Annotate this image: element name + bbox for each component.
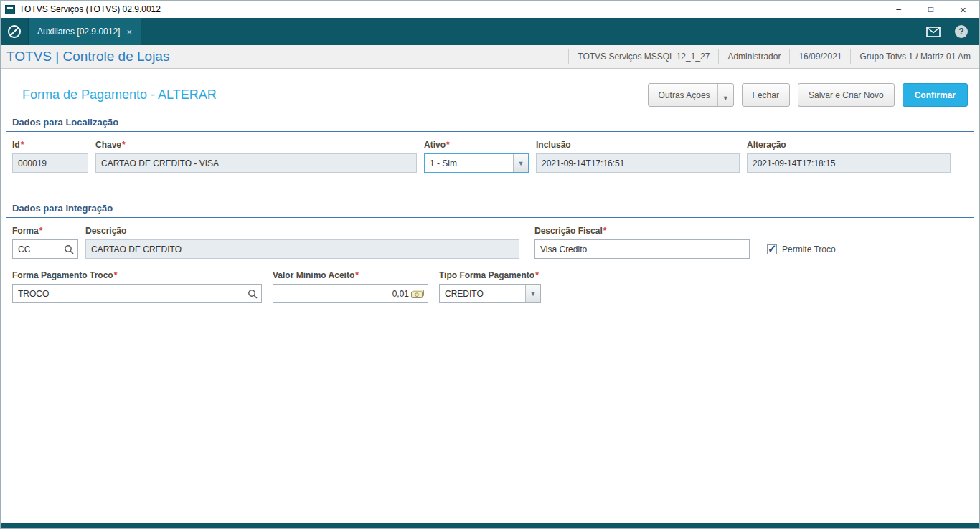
field-descricao-fiscal: Descrição Fiscal*: [534, 226, 750, 259]
section-integracao: Dados para Integração Forma* Descrição: [6, 203, 974, 303]
permite-troco-label: Permite Troco: [782, 244, 836, 254]
salvar-criar-novo-button[interactable]: Salvar e Criar Novo: [798, 83, 895, 107]
window-title: TOTVS Serviços (TOTVS) 02.9.0012: [19, 4, 161, 14]
field-forma: Forma*: [12, 226, 78, 259]
money-icon: [411, 289, 424, 298]
field-tipo-forma-pagamento: Tipo Forma Pagamento* CREDITO ▼: [439, 270, 541, 303]
chave-input[interactable]: [95, 153, 417, 173]
environment-label: TOTVS Serviços MSSQL 12_1_27: [568, 49, 718, 63]
action-buttons: Outras Ações ▼ Fechar Salvar e Criar Nov…: [648, 83, 968, 107]
user-label: Administrador: [718, 49, 789, 63]
permite-troco-checkbox[interactable]: [767, 244, 777, 254]
tab-label: Auxiliares [02.9.0012]: [37, 27, 120, 37]
chevron-down-icon[interactable]: ▼: [513, 154, 528, 172]
app-header: TOTVS | Controle de Lojas TOTVS Serviços…: [1, 45, 979, 69]
app-window: TOTVS Serviços (TOTVS) 02.9.0012 – □ × A…: [0, 0, 980, 529]
brand-title: TOTVS | Controle de Lojas: [6, 49, 169, 65]
help-icon[interactable]: ?: [955, 25, 968, 38]
tab-close-icon[interactable]: ×: [126, 27, 132, 37]
field-valor-minimo: Valor Minimo Aceito*: [273, 270, 428, 303]
tab-bar: Auxiliares [02.9.0012] × ?: [1, 18, 979, 45]
section-integracao-title: Dados para Integração: [6, 203, 974, 218]
search-icon[interactable]: [248, 289, 258, 299]
descricao-input[interactable]: [85, 239, 519, 259]
forma-pagamento-troco-input[interactable]: [12, 284, 262, 303]
group-label: Grupo Totvs 1 / Matriz 01 Am: [850, 49, 979, 63]
field-id: Id*: [12, 140, 88, 173]
page-header: Forma de Pagamento - ALTERAR Outras Açõe…: [1, 69, 979, 117]
chevron-down-icon[interactable]: ▼: [717, 84, 733, 106]
outras-acoes-button[interactable]: Outras Ações ▼: [648, 83, 734, 107]
field-permite-troco: Permite Troco: [767, 244, 836, 254]
close-button[interactable]: ×: [947, 1, 979, 18]
field-descricao: Descrição: [85, 226, 519, 259]
date-label: 16/09/2021: [789, 49, 850, 63]
field-alteracao: Alteração: [747, 140, 951, 173]
tipo-forma-pagamento-select[interactable]: CREDITO ▼: [439, 284, 541, 303]
footer-bar: [1, 523, 979, 528]
field-inclusao: Inclusão: [536, 140, 740, 173]
field-forma-pagamento-troco: Forma Pagamento Troco*: [12, 270, 262, 303]
tab-auxiliares[interactable]: Auxiliares [02.9.0012] ×: [28, 18, 141, 45]
field-ativo: Ativo* 1 - Sim ▼: [424, 140, 529, 173]
valor-minimo-input[interactable]: [273, 284, 428, 303]
id-input[interactable]: [12, 153, 88, 173]
section-localizacao-title: Dados para Localização: [6, 117, 974, 132]
titlebar: TOTVS Serviços (TOTVS) 02.9.0012 – □ ×: [1, 1, 979, 18]
section-localizacao: Dados para Localização Id* Chave* Ativo*…: [6, 117, 974, 173]
page-title: Forma de Pagamento - ALTERAR: [22, 87, 217, 103]
fechar-button[interactable]: Fechar: [742, 83, 790, 107]
prohibition-icon: [7, 24, 22, 39]
ativo-select[interactable]: 1 - Sim ▼: [424, 153, 529, 173]
header-meta: TOTVS Serviços MSSQL 12_1_27 Administrad…: [568, 45, 979, 68]
chevron-down-icon[interactable]: ▼: [525, 285, 540, 302]
app-icon: [5, 5, 15, 14]
content-area: Forma de Pagamento - ALTERAR Outras Açõe…: [1, 69, 979, 528]
blocked-menu-button[interactable]: [1, 18, 28, 45]
mail-icon[interactable]: [926, 27, 941, 37]
minimize-button[interactable]: –: [882, 1, 915, 18]
search-icon[interactable]: [64, 244, 74, 254]
alteracao-input[interactable]: [747, 153, 951, 173]
descricao-fiscal-input[interactable]: [534, 239, 750, 259]
inclusao-input[interactable]: [536, 153, 740, 173]
field-chave: Chave*: [95, 140, 417, 173]
confirmar-button[interactable]: Confirmar: [903, 83, 968, 107]
maximize-button[interactable]: □: [915, 1, 947, 18]
